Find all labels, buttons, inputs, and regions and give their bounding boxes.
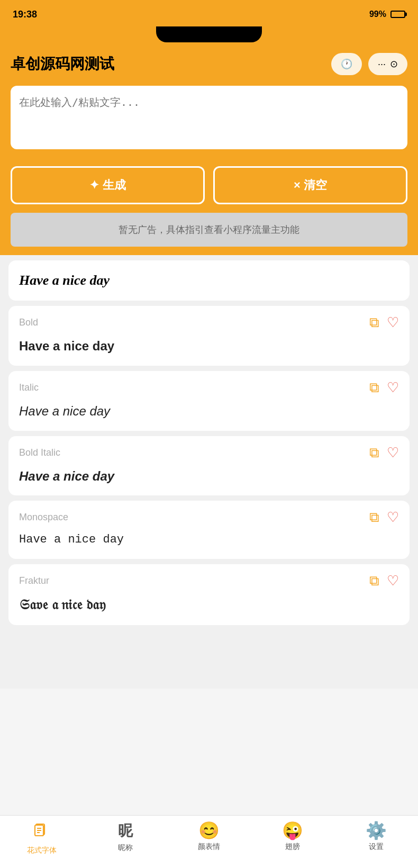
font-preview-first: Have a nice day xyxy=(19,271,399,290)
copy-button-italic[interactable]: ⧉ xyxy=(369,379,379,396)
card-actions-italic: ⧉ ♡ xyxy=(369,379,399,396)
font-card-bold: Bold ⧉ ♡ Have a nice day xyxy=(8,306,410,366)
font-preview-monospace: Have a nice day xyxy=(19,532,399,548)
font-card-header-monospace: Monospace ⧉ ♡ xyxy=(19,509,399,526)
copy-button-monospace[interactable]: ⧉ xyxy=(369,509,379,526)
battery-icon xyxy=(390,11,405,18)
font-preview-bold: Have a nice day xyxy=(19,337,399,355)
more-button[interactable]: ··· ⊙ xyxy=(368,53,407,75)
notch-area xyxy=(0,26,418,44)
font-card-header-italic: Italic ⧉ ♡ xyxy=(19,379,399,396)
font-card-header-bold: Bold ⧉ ♡ xyxy=(19,314,399,331)
like-button-bold-italic[interactable]: ♡ xyxy=(387,445,399,461)
status-bar: 19:38 99% xyxy=(0,0,418,26)
header-actions: 🕐 ··· ⊙ xyxy=(331,53,407,75)
font-preview-bold-italic: Have a nice day xyxy=(19,467,399,485)
app-header: 卓创源码网测试 🕐 ··· ⊙ xyxy=(0,44,418,86)
like-button-monospace[interactable]: ♡ xyxy=(387,509,399,526)
clear-button[interactable]: × 清空 xyxy=(213,166,407,204)
nav-label-wings: 翅膀 xyxy=(285,842,300,852)
font-preview-fraktur: 𝔖𝔞𝔳𝔢 𝔞 𝔫𝔦𝔠𝔢 𝔡𝔞𝔶 xyxy=(19,595,399,614)
font-card-italic: Italic ⧉ ♡ Have a nice day xyxy=(8,371,410,431)
nav-item-settings[interactable]: ⚙️ 设置 xyxy=(334,822,418,855)
font-preview-italic: Have a nice day xyxy=(19,402,399,420)
font-nav-icon xyxy=(33,822,51,843)
font-label-bold-italic: Bold Italic xyxy=(19,447,60,458)
font-card-monospace: Monospace ⧉ ♡ Have a nice day xyxy=(8,501,410,559)
battery-percent: 99% xyxy=(369,10,386,19)
emoji-nav-icon: 😊 xyxy=(198,822,220,839)
font-card-header-bold-italic: Bold Italic ⧉ ♡ xyxy=(19,445,399,461)
card-actions-bold-italic: ⧉ ♡ xyxy=(369,445,399,461)
record-icon: ⊙ xyxy=(390,58,398,70)
nav-label-settings: 设置 xyxy=(369,842,384,852)
settings-nav-icon: ⚙️ xyxy=(366,822,387,839)
card-actions-fraktur: ⧉ ♡ xyxy=(369,573,399,589)
card-actions-monospace: ⧉ ♡ xyxy=(369,509,399,526)
history-icon: 🕐 xyxy=(341,58,352,70)
text-input[interactable] xyxy=(11,86,407,149)
like-button-bold[interactable]: ♡ xyxy=(387,314,399,331)
wings-nav-icon: 😜 xyxy=(282,822,303,839)
nav-label-emoji: 颜表情 xyxy=(198,842,220,852)
font-card-bold-italic: Bold Italic ⧉ ♡ Have a nice day xyxy=(8,436,410,496)
bottom-nav: 花式字体 昵 昵称 😊 颜表情 😜 翅膀 ⚙️ 设置 xyxy=(0,815,418,868)
nav-label-nickname: 昵称 xyxy=(118,843,133,853)
font-label-fraktur: Fraktur xyxy=(19,575,49,586)
copy-button-bold[interactable]: ⧉ xyxy=(369,314,379,331)
font-card-first: Have a nice day xyxy=(8,260,410,301)
nickname-nav-icon: 昵 xyxy=(118,822,133,840)
font-label-italic: Italic xyxy=(19,382,39,393)
font-card-fraktur: Fraktur ⧉ ♡ 𝔖𝔞𝔳𝔢 𝔞 𝔫𝔦𝔠𝔢 𝔡𝔞𝔶 xyxy=(8,564,410,625)
font-label-monospace: Monospace xyxy=(19,512,68,523)
copy-button-bold-italic[interactable]: ⧉ xyxy=(369,445,379,461)
app-title: 卓创源码网测试 xyxy=(11,54,114,74)
nav-item-wings[interactable]: 😜 翅膀 xyxy=(251,822,334,855)
nav-item-font[interactable]: 花式字体 xyxy=(0,822,84,855)
more-dots: ··· xyxy=(378,59,386,70)
copy-button-fraktur[interactable]: ⧉ xyxy=(369,573,379,589)
input-section xyxy=(0,86,418,160)
action-buttons: ✦ 生成 × 清空 xyxy=(0,160,418,213)
notch xyxy=(156,26,262,42)
font-label-bold: Bold xyxy=(19,317,38,328)
like-button-italic[interactable]: ♡ xyxy=(387,379,399,396)
ad-banner: 暂无广告，具体指引查看小程序流量主功能 xyxy=(11,213,407,247)
generate-button[interactable]: ✦ 生成 xyxy=(11,166,205,204)
results-area: Have a nice day Bold ⧉ ♡ Have a nice day… xyxy=(0,255,418,689)
status-right: 99% xyxy=(369,10,405,19)
status-time: 19:38 xyxy=(13,9,37,20)
nav-item-nickname[interactable]: 昵 昵称 xyxy=(84,822,167,855)
nav-label-font: 花式字体 xyxy=(27,846,57,855)
like-button-fraktur[interactable]: ♡ xyxy=(387,573,399,589)
nav-item-emoji[interactable]: 😊 颜表情 xyxy=(167,822,251,855)
history-button[interactable]: 🕐 xyxy=(331,53,362,75)
font-card-header-fraktur: Fraktur ⧉ ♡ xyxy=(19,573,399,589)
card-actions-bold: ⧉ ♡ xyxy=(369,314,399,331)
